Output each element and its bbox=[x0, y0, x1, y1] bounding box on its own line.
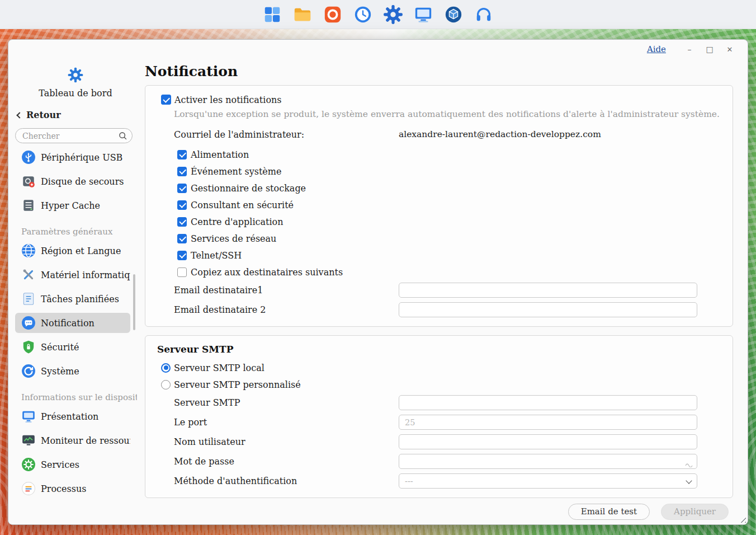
category-row-evenement-systeme: Événement système bbox=[145, 163, 721, 180]
gestionnaire-stockage-checkbox[interactable] bbox=[177, 184, 187, 193]
recipient1-row: Email destinataire1 bbox=[145, 280, 721, 300]
file-manager-icon[interactable] bbox=[292, 4, 313, 25]
smtp-port-label: Le port bbox=[174, 417, 399, 428]
sidebar-item-label: Périphérique USB bbox=[41, 152, 122, 163]
enable-notifications-checkbox[interactable] bbox=[161, 95, 171, 105]
sidebar-item-label: Sécurité bbox=[41, 342, 79, 353]
scheduled-tasks-icon bbox=[21, 292, 36, 306]
sidebar-item-label: Processus bbox=[41, 484, 86, 494]
recipient2-label: Email destinataire 2 bbox=[174, 304, 399, 315]
sidebar-item-materiel-informatique[interactable]: Matériel informatiqu… bbox=[15, 265, 130, 285]
maximize-button[interactable]: □ bbox=[700, 45, 720, 54]
dashboard-window: Aide – □ ✕ Tableau de bord Retour bbox=[8, 39, 748, 525]
category-row-services-reseau: Services de réseau bbox=[145, 230, 721, 247]
admin-email-value: alexandre-laurent@redaction-developpez.c… bbox=[399, 129, 697, 139]
back-label: Retour bbox=[26, 110, 61, 120]
help-link[interactable]: Aide bbox=[647, 44, 666, 54]
category-label: Copiez aux destinataires suivants bbox=[191, 267, 343, 278]
search-icon bbox=[118, 131, 127, 140]
test-email-button[interactable]: Email de test bbox=[568, 504, 650, 520]
sidebar-item-label: Notification bbox=[41, 318, 94, 328]
alimentation-checkbox[interactable] bbox=[177, 150, 187, 159]
smtp-password-input[interactable] bbox=[399, 454, 697, 469]
copie-destinataires-checkbox[interactable] bbox=[177, 268, 187, 277]
admin-email-label: Courriel de l'administrateur: bbox=[174, 129, 399, 140]
hyper-cache-icon bbox=[21, 198, 36, 213]
smtp-server-input[interactable] bbox=[399, 395, 697, 410]
globe-icon bbox=[21, 243, 36, 258]
smtp-auth-row: Méthode d'authentification --- bbox=[145, 471, 721, 491]
sidebar-item-systeme[interactable]: Système bbox=[15, 361, 130, 381]
minimize-button[interactable]: – bbox=[679, 45, 700, 54]
consultant-securite-checkbox[interactable] bbox=[177, 200, 187, 210]
centre-application-checkbox[interactable] bbox=[177, 217, 187, 227]
sidebar-item-label: Services bbox=[41, 459, 79, 470]
smtp-port-row: Le port bbox=[145, 412, 721, 432]
security-shield-icon bbox=[21, 340, 36, 354]
recipient1-input[interactable] bbox=[399, 283, 697, 298]
desktop-monitor-icon[interactable] bbox=[413, 4, 434, 25]
sidebar-item-hyper-cache[interactable]: Hyper Cache bbox=[15, 195, 130, 215]
services-reseau-checkbox[interactable] bbox=[177, 234, 187, 243]
sidebar-item-label: Matériel informatiqu… bbox=[41, 270, 130, 280]
apply-button[interactable]: Appliquer bbox=[661, 504, 729, 520]
sidebar-item-taches-planifiees[interactable]: Tâches planifiées bbox=[15, 289, 130, 309]
sidebar-scrollbar[interactable] bbox=[133, 274, 135, 330]
support-headphones-icon[interactable] bbox=[473, 4, 494, 25]
back-button[interactable]: Retour bbox=[17, 110, 137, 120]
telnet-ssh-checkbox[interactable] bbox=[177, 251, 187, 260]
sidebar-item-securite[interactable]: Sécurité bbox=[15, 337, 130, 357]
smtp-password-label: Mot de passe bbox=[174, 456, 399, 467]
recipient1-label: Email destinataire1 bbox=[174, 285, 399, 295]
notification-bubble-icon bbox=[21, 316, 36, 330]
app-center-icon[interactable] bbox=[322, 4, 343, 25]
auth-method-value: --- bbox=[405, 477, 413, 486]
sidebar-item-notification[interactable]: Notification bbox=[15, 313, 130, 333]
app-title: Tableau de bord bbox=[14, 88, 137, 98]
category-row-consultant-securite: Consultant en sécurité bbox=[145, 196, 721, 213]
auth-method-select[interactable]: --- bbox=[399, 473, 697, 489]
notifications-description: Lorsqu'une exception se produit, le syst… bbox=[174, 108, 721, 120]
sidebar-item-moniteur-de-ressources[interactable]: Moniteur de ressour… bbox=[15, 430, 130, 450]
sidebar-item-label: Hyper Cache bbox=[41, 200, 100, 211]
settings-gear-icon[interactable] bbox=[382, 4, 404, 25]
smtp-port-input[interactable] bbox=[399, 415, 697, 430]
admin-email-row: Courriel de l'administrateur: alexandre-… bbox=[145, 126, 721, 143]
evenement-systeme-checkbox[interactable] bbox=[177, 167, 187, 176]
category-row-telnet-ssh: Telnet/SSH bbox=[145, 247, 721, 264]
password-reveal-icon[interactable] bbox=[685, 459, 693, 470]
sidebar-item-label: Tâches planifiées bbox=[41, 294, 119, 304]
hardware-tools-icon bbox=[21, 268, 36, 282]
sidebar: Tableau de bord Retour Périphérique USB bbox=[8, 59, 137, 499]
smtp-local-radio[interactable] bbox=[161, 363, 171, 373]
sidebar-item-disque-de-secours[interactable]: Disque de secours bbox=[15, 171, 130, 191]
smtp-username-input[interactable] bbox=[399, 434, 697, 449]
sidebar-item-presentation[interactable]: Présentation bbox=[15, 406, 130, 426]
sidebar-item-region-et-langue[interactable]: Région et Langue bbox=[15, 241, 130, 261]
container-cube-icon[interactable] bbox=[443, 4, 464, 25]
sidebar-item-services[interactable]: Services bbox=[15, 454, 130, 475]
smtp-custom-radio[interactable] bbox=[161, 380, 171, 389]
sidebar-item-processus[interactable]: Processus bbox=[15, 478, 130, 499]
clock-icon[interactable] bbox=[352, 4, 374, 25]
page-title: Notification bbox=[145, 63, 733, 79]
sidebar-item-label: Système bbox=[41, 366, 79, 377]
close-button[interactable]: ✕ bbox=[720, 45, 740, 54]
smtp-panel: Serveur SMTP Serveur SMTP local Serveur … bbox=[145, 335, 733, 498]
category-label: Services de réseau bbox=[191, 233, 276, 244]
app-grid-icon[interactable] bbox=[262, 4, 283, 25]
category-label: Événement système bbox=[191, 166, 281, 177]
recipient2-input[interactable] bbox=[399, 302, 697, 317]
radio-label: Serveur SMTP personnalisé bbox=[174, 379, 301, 390]
category-label: Gestionnaire de stockage bbox=[191, 183, 306, 194]
category-label: Alimentation bbox=[191, 149, 249, 160]
chevron-down-icon bbox=[686, 477, 692, 484]
enable-notifications-label: Activer les notifications bbox=[174, 95, 282, 105]
search-input[interactable] bbox=[15, 128, 133, 143]
enable-notifications-row: Activer les notifications bbox=[145, 92, 721, 107]
sidebar-item-label: Présentation bbox=[41, 411, 98, 422]
smtp-custom-row: Serveur SMTP personnalisé bbox=[145, 376, 721, 393]
smtp-server-label: Serveur SMTP bbox=[174, 397, 399, 408]
sidebar-item-peripherique-usb[interactable]: Périphérique USB bbox=[15, 147, 130, 167]
dock bbox=[0, 0, 756, 29]
